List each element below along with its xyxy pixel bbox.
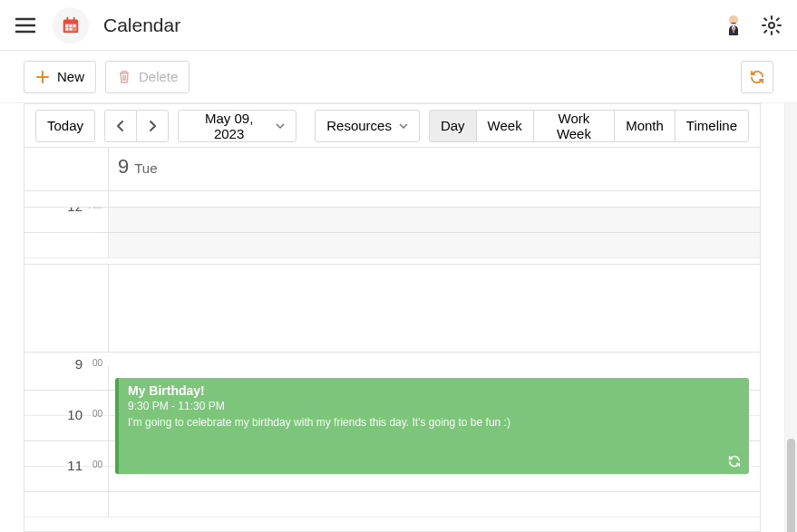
view-day[interactable]: Day [429, 110, 477, 142]
next-button[interactable] [136, 110, 169, 142]
new-button[interactable]: New [24, 61, 96, 93]
view-week[interactable]: Week [476, 110, 534, 142]
day-header-cell[interactable]: 9 Tue [108, 148, 760, 190]
day-number: 9 [118, 155, 129, 179]
date-picker[interactable]: May 09, 2023 [178, 110, 296, 142]
svg-rect-7 [73, 24, 76, 27]
resources-dropdown[interactable]: Resources [315, 110, 420, 142]
svg-rect-5 [66, 24, 69, 27]
hour-label: 10 [67, 407, 83, 422]
calendar-event[interactable]: My Birthday! 9:30 PM - 11:30 PM I'm goin… [115, 378, 749, 474]
svg-rect-10 [66, 16, 68, 21]
delete-button[interactable]: Delete [105, 61, 190, 93]
event-title: My Birthday! [128, 383, 740, 398]
page-title: Calendar [103, 15, 180, 36]
app-header: Calendar [0, 0, 797, 51]
minute-label: 00 [92, 358, 102, 368]
chevron-right-icon [147, 120, 158, 132]
time-grid[interactable]: 12 AM 9 00 [24, 208, 760, 531]
svg-point-14 [769, 23, 774, 28]
calendar-toolbar: Today May 09, 2023 [24, 104, 760, 148]
svg-rect-6 [70, 24, 73, 27]
ampm-label: AM [89, 208, 102, 210]
gear-icon[interactable] [761, 15, 782, 36]
new-label: New [57, 69, 84, 84]
svg-rect-13 [733, 27, 734, 32]
today-label: Today [47, 118, 83, 133]
allday-row[interactable] [24, 191, 760, 208]
minute-label: 00 [92, 409, 102, 419]
scrollbar[interactable] [784, 103, 797, 532]
prev-button[interactable] [104, 110, 137, 142]
chevron-left-icon [115, 120, 126, 132]
hour-label: 12 [67, 208, 83, 214]
svg-rect-11 [73, 16, 75, 21]
hour-label: 9 [75, 356, 83, 372]
view-switcher: Day Week Work Week Month Timeline [429, 110, 749, 142]
recurring-icon [727, 454, 742, 469]
action-toolbar: New Delete [0, 51, 797, 103]
refresh-icon [749, 69, 765, 85]
calendar: Today May 09, 2023 [24, 103, 761, 532]
event-time-range: 9:30 PM - 11:30 PM [128, 400, 740, 412]
trash-icon [117, 70, 131, 84]
refresh-button[interactable] [741, 61, 773, 93]
scrollbar-thumb[interactable] [787, 439, 795, 532]
resources-label: Resources [326, 118, 392, 133]
timeslot[interactable] [24, 233, 760, 258]
today-button[interactable]: Today [35, 110, 95, 142]
delete-label: Delete [139, 69, 178, 84]
view-work-week[interactable]: Work Week [533, 110, 615, 142]
day-header: 9 Tue [24, 148, 760, 191]
calendar-icon [53, 7, 89, 44]
current-date-label: May 09, 2023 [190, 111, 268, 141]
day-of-week: Tue [134, 155, 157, 176]
caret-down-icon [276, 123, 285, 129]
time-gap [24, 264, 760, 353]
plus-icon [35, 70, 50, 84]
view-timeline[interactable]: Timeline [675, 110, 749, 142]
nav-arrow-group [104, 110, 169, 142]
svg-rect-9 [70, 27, 73, 30]
event-description: I'm going to celebrate my birthday with … [128, 416, 740, 429]
timeslot[interactable]: 12 AM [24, 208, 760, 233]
view-month[interactable]: Month [614, 110, 676, 142]
caret-down-icon [399, 123, 408, 129]
timeslot[interactable] [24, 492, 760, 517]
menu-icon[interactable] [15, 16, 36, 34]
svg-rect-8 [66, 27, 69, 30]
hour-label: 11 [67, 458, 83, 473]
minute-label: 00 [92, 459, 102, 469]
avatar[interactable] [721, 12, 748, 39]
